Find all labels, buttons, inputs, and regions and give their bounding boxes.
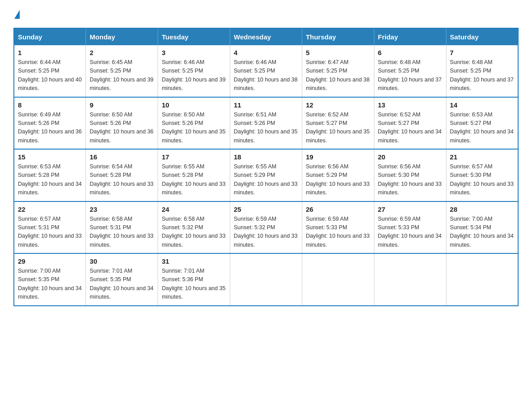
day-info: Sunrise: 6:59 AMSunset: 5:32 PMDaylight:… bbox=[234, 215, 298, 250]
day-number: 6 bbox=[378, 49, 442, 56]
logo bbox=[13, 9, 20, 21]
calendar-cell bbox=[446, 253, 518, 306]
day-number: 5 bbox=[306, 49, 370, 56]
day-info: Sunrise: 6:52 AMSunset: 5:27 PMDaylight:… bbox=[378, 111, 442, 146]
day-info: Sunrise: 6:50 AMSunset: 5:26 PMDaylight:… bbox=[90, 111, 154, 146]
calendar-cell: 8Sunrise: 6:49 AMSunset: 5:26 PMDaylight… bbox=[14, 97, 86, 150]
day-number: 13 bbox=[378, 101, 442, 109]
week-row-4: 22Sunrise: 6:57 AMSunset: 5:31 PMDayligh… bbox=[14, 201, 518, 254]
calendar-header: SundayMondayTuesdayWednesdayThursdayFrid… bbox=[14, 28, 518, 45]
logo-text-area bbox=[13, 9, 20, 21]
day-info: Sunrise: 7:01 AMSunset: 5:36 PMDaylight:… bbox=[162, 267, 226, 302]
calendar-cell: 28Sunrise: 7:00 AMSunset: 5:34 PMDayligh… bbox=[446, 201, 518, 254]
day-info: Sunrise: 7:00 AMSunset: 5:34 PMDaylight:… bbox=[450, 215, 514, 250]
calendar-cell: 2Sunrise: 6:45 AMSunset: 5:25 PMDaylight… bbox=[86, 45, 158, 97]
calendar-cell bbox=[302, 253, 374, 306]
day-info: Sunrise: 6:44 AMSunset: 5:25 PMDaylight:… bbox=[18, 58, 82, 93]
calendar-cell: 6Sunrise: 6:48 AMSunset: 5:25 PMDaylight… bbox=[374, 45, 446, 97]
calendar-cell: 17Sunrise: 6:55 AMSunset: 5:28 PMDayligh… bbox=[158, 149, 230, 201]
day-number: 21 bbox=[450, 153, 514, 161]
day-number: 16 bbox=[90, 153, 154, 161]
day-info: Sunrise: 6:46 AMSunset: 5:25 PMDaylight:… bbox=[162, 58, 226, 93]
calendar-cell: 15Sunrise: 6:53 AMSunset: 5:28 PMDayligh… bbox=[14, 149, 86, 201]
day-info: Sunrise: 6:56 AMSunset: 5:30 PMDaylight:… bbox=[378, 163, 442, 197]
calendar-table: SundayMondayTuesdayWednesdayThursdayFrid… bbox=[13, 28, 519, 306]
calendar-cell: 3Sunrise: 6:46 AMSunset: 5:25 PMDaylight… bbox=[158, 45, 230, 97]
calendar-cell: 23Sunrise: 6:58 AMSunset: 5:31 PMDayligh… bbox=[86, 201, 158, 254]
calendar-cell: 26Sunrise: 6:59 AMSunset: 5:33 PMDayligh… bbox=[302, 201, 374, 254]
day-number: 25 bbox=[234, 206, 298, 213]
day-info: Sunrise: 6:48 AMSunset: 5:25 PMDaylight:… bbox=[378, 58, 442, 93]
day-info: Sunrise: 6:46 AMSunset: 5:25 PMDaylight:… bbox=[234, 58, 298, 93]
day-info: Sunrise: 6:58 AMSunset: 5:32 PMDaylight:… bbox=[162, 215, 226, 250]
day-number: 26 bbox=[306, 206, 370, 213]
calendar-body: 1Sunrise: 6:44 AMSunset: 5:25 PMDaylight… bbox=[14, 45, 518, 306]
day-info: Sunrise: 7:00 AMSunset: 5:35 PMDaylight:… bbox=[18, 267, 82, 302]
day-info: Sunrise: 6:45 AMSunset: 5:25 PMDaylight:… bbox=[90, 58, 154, 93]
day-number: 30 bbox=[90, 257, 154, 265]
calendar-cell: 31Sunrise: 7:01 AMSunset: 5:36 PMDayligh… bbox=[158, 253, 230, 306]
days-of-week-row: SundayMondayTuesdayWednesdayThursdayFrid… bbox=[14, 28, 518, 45]
header-sunday: Sunday bbox=[14, 28, 86, 45]
calendar-cell: 18Sunrise: 6:55 AMSunset: 5:29 PMDayligh… bbox=[230, 149, 302, 201]
header-friday: Friday bbox=[374, 28, 446, 45]
day-info: Sunrise: 6:55 AMSunset: 5:28 PMDaylight:… bbox=[162, 163, 226, 197]
day-info: Sunrise: 6:53 AMSunset: 5:27 PMDaylight:… bbox=[450, 111, 514, 146]
calendar-cell: 21Sunrise: 6:57 AMSunset: 5:30 PMDayligh… bbox=[446, 149, 518, 201]
calendar-cell: 22Sunrise: 6:57 AMSunset: 5:31 PMDayligh… bbox=[14, 201, 86, 254]
calendar-cell: 10Sunrise: 6:50 AMSunset: 5:26 PMDayligh… bbox=[158, 97, 230, 150]
day-number: 17 bbox=[162, 153, 226, 161]
week-row-5: 29Sunrise: 7:00 AMSunset: 5:35 PMDayligh… bbox=[14, 253, 518, 306]
day-number: 12 bbox=[306, 101, 370, 109]
day-number: 23 bbox=[90, 206, 154, 213]
day-number: 10 bbox=[162, 101, 226, 109]
calendar-cell: 25Sunrise: 6:59 AMSunset: 5:32 PMDayligh… bbox=[230, 201, 302, 254]
day-info: Sunrise: 6:49 AMSunset: 5:26 PMDaylight:… bbox=[18, 111, 82, 146]
day-number: 7 bbox=[450, 49, 514, 56]
day-number: 28 bbox=[450, 206, 514, 213]
day-number: 4 bbox=[234, 49, 298, 56]
page-header bbox=[13, 9, 519, 21]
day-info: Sunrise: 6:59 AMSunset: 5:33 PMDaylight:… bbox=[306, 215, 370, 250]
day-number: 20 bbox=[378, 153, 442, 161]
calendar-cell: 24Sunrise: 6:58 AMSunset: 5:32 PMDayligh… bbox=[158, 201, 230, 254]
day-info: Sunrise: 6:51 AMSunset: 5:26 PMDaylight:… bbox=[234, 111, 298, 146]
day-number: 29 bbox=[18, 257, 82, 265]
calendar-cell: 5Sunrise: 6:47 AMSunset: 5:25 PMDaylight… bbox=[302, 45, 374, 97]
day-number: 3 bbox=[162, 49, 226, 56]
day-info: Sunrise: 6:56 AMSunset: 5:29 PMDaylight:… bbox=[306, 163, 370, 197]
day-number: 31 bbox=[162, 257, 226, 265]
calendar-cell bbox=[374, 253, 446, 306]
header-saturday: Saturday bbox=[446, 28, 518, 45]
week-row-3: 15Sunrise: 6:53 AMSunset: 5:28 PMDayligh… bbox=[14, 149, 518, 201]
day-info: Sunrise: 6:48 AMSunset: 5:25 PMDaylight:… bbox=[450, 58, 514, 93]
day-info: Sunrise: 6:47 AMSunset: 5:25 PMDaylight:… bbox=[306, 58, 370, 93]
week-row-1: 1Sunrise: 6:44 AMSunset: 5:25 PMDaylight… bbox=[14, 45, 518, 97]
day-info: Sunrise: 6:52 AMSunset: 5:27 PMDaylight:… bbox=[306, 111, 370, 146]
header-monday: Monday bbox=[86, 28, 158, 45]
calendar-cell: 27Sunrise: 6:59 AMSunset: 5:33 PMDayligh… bbox=[374, 201, 446, 254]
week-row-2: 8Sunrise: 6:49 AMSunset: 5:26 PMDaylight… bbox=[14, 97, 518, 150]
day-number: 18 bbox=[234, 153, 298, 161]
calendar-cell: 1Sunrise: 6:44 AMSunset: 5:25 PMDaylight… bbox=[14, 45, 86, 97]
calendar-cell: 19Sunrise: 6:56 AMSunset: 5:29 PMDayligh… bbox=[302, 149, 374, 201]
calendar-cell bbox=[230, 253, 302, 306]
day-number: 11 bbox=[234, 101, 298, 109]
day-number: 14 bbox=[450, 101, 514, 109]
calendar-cell: 7Sunrise: 6:48 AMSunset: 5:25 PMDaylight… bbox=[446, 45, 518, 97]
calendar-cell: 13Sunrise: 6:52 AMSunset: 5:27 PMDayligh… bbox=[374, 97, 446, 150]
day-number: 27 bbox=[378, 206, 442, 213]
day-info: Sunrise: 6:53 AMSunset: 5:28 PMDaylight:… bbox=[18, 163, 82, 197]
day-info: Sunrise: 6:55 AMSunset: 5:29 PMDaylight:… bbox=[234, 163, 298, 197]
day-info: Sunrise: 6:57 AMSunset: 5:31 PMDaylight:… bbox=[18, 215, 82, 250]
calendar-cell: 12Sunrise: 6:52 AMSunset: 5:27 PMDayligh… bbox=[302, 97, 374, 150]
day-number: 8 bbox=[18, 101, 82, 109]
day-number: 24 bbox=[162, 206, 226, 213]
day-info: Sunrise: 6:59 AMSunset: 5:33 PMDaylight:… bbox=[378, 215, 442, 250]
day-number: 15 bbox=[18, 153, 82, 161]
header-tuesday: Tuesday bbox=[158, 28, 230, 45]
day-number: 22 bbox=[18, 206, 82, 213]
day-number: 19 bbox=[306, 153, 370, 161]
calendar-cell: 4Sunrise: 6:46 AMSunset: 5:25 PMDaylight… bbox=[230, 45, 302, 97]
calendar-cell: 16Sunrise: 6:54 AMSunset: 5:28 PMDayligh… bbox=[86, 149, 158, 201]
